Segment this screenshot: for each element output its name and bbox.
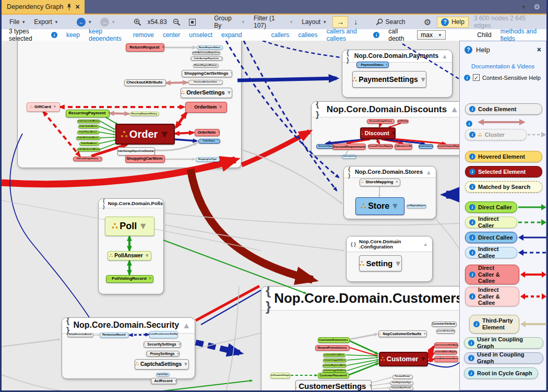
zoom-fit-button[interactable] (186, 17, 198, 27)
collapse-icon[interactable]: ▲ (442, 53, 448, 60)
graph-node[interactable]: ∴CheckoutAttribute▼ (124, 79, 166, 86)
node-expand-icon[interactable]: ▼ (183, 362, 188, 367)
graph-node[interactable]: ∴OrderSettings▼ (181, 88, 232, 98)
graph-node[interactable]: ∴RewardPointsHistory▼ (315, 345, 350, 351)
graph-node[interactable]: ∴CustomerAddressMapping▼ (434, 350, 457, 354)
node-expand-icon[interactable]: ▼ (220, 57, 222, 60)
collapse-icon[interactable]: ▲ (426, 169, 432, 175)
graph-node[interactable]: ∴ProxySettings▼ (146, 351, 180, 357)
graph-node[interactable]: ∴PaymentStatus▼ (356, 62, 389, 68)
graph-node[interactable]: ∴IStoreMappingSupported▼ (407, 204, 426, 208)
legend-direct-caller-callee[interactable]: iDirect Caller & Callee (465, 265, 519, 284)
legend-indirect-caller-callee[interactable]: iIndirect Caller & Callee (465, 287, 519, 306)
node-expand-icon[interactable]: ▼ (348, 374, 349, 377)
graph-node[interactable]: ∴ReturnRequestStatus▼ (197, 45, 223, 50)
graph-node[interactable]: ∴OrderStatus▼ (198, 139, 220, 144)
graph-node[interactable]: ∴DefaultPermissionRecord▼ (67, 333, 93, 337)
legend-third-party-element[interactable]: iThird-Party Element (469, 315, 519, 334)
graph-node[interactable]: ∴Discount▼ (360, 127, 396, 139)
graph-canvas[interactable]: { }Nop.Core.Domain.Payments▲{ }Nop.Core.… (2, 41, 459, 390)
graph-node[interactable]: ∴CustomerAttributeValue▼ (436, 329, 455, 334)
graph-node[interactable]: ∴OrderPaidEvent▼ (79, 142, 99, 146)
graph-node[interactable]: ∴DiscountManufacturerMapping▼ (395, 144, 412, 150)
window-gear-icon[interactable]: ⚙ (533, 3, 540, 11)
graph-node[interactable]: ∴OrderAverageReportLine▼ (190, 56, 223, 61)
help-close-icon[interactable]: × (537, 45, 541, 54)
graph-node[interactable]: ∴OrderItem▼ (185, 102, 227, 113)
collapse-icon[interactable]: ▲ (423, 241, 428, 247)
cs-help-checkbox[interactable]: ✓ (473, 74, 480, 81)
node-expand-icon[interactable]: ▼ (100, 158, 102, 160)
info-icon[interactable]: i (51, 32, 57, 38)
legend-indirect-callee[interactable]: iIndirect Callee (465, 247, 517, 258)
keep-link[interactable]: keep (66, 31, 80, 39)
legend-direct-callee[interactable]: iDirect Callee (465, 232, 517, 243)
node-expand-icon[interactable]: ▼ (107, 111, 110, 115)
graph-node[interactable]: ∴PermissionRecord▼ (100, 332, 129, 338)
graph-node[interactable]: ∴CustomerLoggedinEvent▼ (323, 359, 347, 362)
expand-link[interactable]: expand (221, 31, 242, 39)
graph-node[interactable]: ∴CheckoutAttributeValue▼ (188, 80, 223, 85)
node-expand-icon[interactable]: ▼ (218, 105, 223, 110)
graph-node[interactable]: ∴CustomerRegisteredEvent▼ (323, 364, 347, 367)
graph-node[interactable]: ∴GiftCardUsageHistory▼ (73, 157, 102, 161)
callees-link[interactable]: callees (298, 31, 317, 39)
graph-node[interactable]: ∴CustomerDeletedEvent▼ (323, 353, 346, 357)
node-expand-icon[interactable]: ▼ (138, 221, 148, 231)
legend-root-in-cycle-graph[interactable]: iRoot in Cycle Graph (464, 367, 538, 379)
graph-node[interactable]: ∴CaptchaType▼ (156, 373, 170, 376)
graph-node[interactable]: ∴ShoppingCartSettings▼ (182, 70, 232, 77)
callers-link[interactable]: callers (271, 31, 289, 39)
graph-node[interactable]: ∴StoreMapping▼ (360, 179, 400, 186)
methods-and-fields-link[interactable]: methods and fields (501, 28, 539, 42)
node-expand-icon[interactable]: ▼ (222, 46, 223, 49)
call-depth-info-icon[interactable]: i (373, 32, 379, 38)
graph-node[interactable]: ∴Customer▼ (379, 352, 428, 366)
node-expand-icon[interactable]: ▼ (411, 376, 413, 378)
graph-node[interactable]: ∴OrderCancelledEvent▼ (77, 120, 100, 123)
layout-menu[interactable]: Layout▼ (299, 17, 329, 27)
graph-node[interactable]: ∴AclRecord▼ (151, 378, 177, 384)
export-menu[interactable]: Export▼ (31, 17, 61, 27)
graph-node[interactable]: ∴CaptchaSettings▼ (135, 359, 189, 370)
graph-node[interactable]: ∴NopCustomerDefaults▼ (378, 330, 427, 337)
node-expand-icon[interactable]: ▼ (385, 63, 388, 66)
graph-node[interactable]: ∴UserRegistrationType▼ (390, 381, 413, 385)
graph-node[interactable]: ∴RecurringPaymentHistory▼ (130, 112, 159, 116)
node-expand-icon[interactable]: ▼ (159, 129, 170, 139)
graph-node[interactable]: ∴OrderNote▼ (195, 129, 220, 136)
collapse-icon[interactable]: ▲ (450, 104, 459, 115)
legend-direct-caller[interactable]: iDirect Caller (465, 201, 517, 213)
call-depth-select[interactable]: max▼ (417, 30, 446, 40)
graph-node[interactable]: ∴DiscountForCaching▼ (397, 120, 409, 123)
node-expand-icon[interactable]: ▼ (420, 355, 426, 362)
zoom-in-button[interactable] (131, 17, 144, 28)
cluster-header-configuration[interactable]: { }Nop.Core.Domain .Configuration▲ (347, 236, 432, 252)
node-expand-icon[interactable]: ▼ (178, 342, 181, 346)
node-expand-icon[interactable]: ▼ (391, 130, 396, 136)
window-menu-caret-icon[interactable]: ▼ (521, 4, 527, 10)
node-expand-icon[interactable]: ▼ (349, 339, 350, 342)
graph-node[interactable]: ∴Store▼ (355, 197, 404, 215)
cluster-header-stores[interactable]: { }Nop.Core.Domain.Stores▲ (344, 167, 436, 178)
graph-node[interactable]: ∴ReturnRequest▼ (126, 43, 164, 52)
node-expand-icon[interactable]: ▼ (395, 180, 399, 184)
help-button[interactable]: ?Help (437, 17, 469, 28)
graph-node[interactable]: ∴RecurringPayment▼ (66, 110, 110, 117)
callers-and-callees-link[interactable]: callers and callees (327, 28, 365, 42)
cluster-header-payments[interactable]: { }Nop.Core.Domain.Payments▲ (342, 50, 452, 63)
graph-node[interactable]: ∴OrderByCountryReportLine▼ (192, 51, 220, 55)
node-expand-icon[interactable]: ▼ (420, 76, 426, 83)
graph-node[interactable]: ∴ExternalAuthenticationRecord▼ (434, 356, 458, 362)
node-expand-icon[interactable]: ▼ (219, 81, 221, 83)
graph-node[interactable]: ∴PermissionRecordCustomerRoleMapping▼ (149, 331, 178, 338)
graph-node[interactable]: ∴ShoppingCartType▼ (196, 157, 220, 162)
graph-node[interactable]: ∴PollVotingRecord▼ (106, 275, 153, 283)
legend-used-in-coupling-graph[interactable]: iUsed in Coupling Graph (464, 352, 543, 364)
group-by-menu[interactable]: Group By▼ (211, 13, 248, 31)
cluster-header-polls[interactable]: { }Nop.Core.Domain.Polls▲ (99, 199, 163, 208)
node-expand-icon[interactable]: ▼ (53, 105, 57, 109)
node-expand-icon[interactable]: ▼ (145, 253, 150, 258)
graph-node[interactable]: ∴CustomerPasswordChangedEvent▼ (270, 373, 290, 378)
node-expand-icon[interactable]: ▼ (217, 130, 220, 134)
